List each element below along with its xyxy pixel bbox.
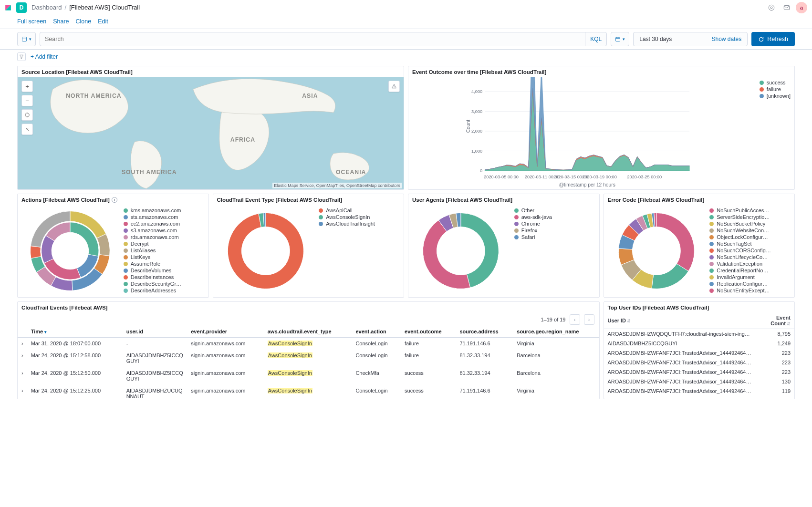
app-header: D Dashboard / [Filebeat AWS] CloudTrail … <box>0 0 812 15</box>
donut-errors-chart[interactable] <box>604 205 709 297</box>
legend-item[interactable]: ReplicationConfigur… <box>709 281 791 287</box>
table-row[interactable]: AROASDJDMBHZWFANF7JCI:TrustedAdvisor_144… <box>604 386 795 396</box>
legend-item[interactable]: InvalidArgument <box>709 274 791 280</box>
legend-item[interactable]: Decrypt <box>124 241 206 247</box>
legend-item[interactable]: CredentialReportNo… <box>709 268 791 273</box>
legend-item[interactable]: DescribeAddresses <box>124 288 206 293</box>
svg-point-5 <box>25 113 29 117</box>
events-col[interactable]: event.outcome <box>401 326 456 338</box>
breadcrumb-root[interactable]: Dashboard <box>31 4 62 11</box>
legend-item[interactable]: ec2.amazonaws.com <box>124 221 206 227</box>
legend-item[interactable]: NoSuchPublicAcces… <box>709 207 791 213</box>
subnav-share[interactable]: Share <box>53 18 69 25</box>
map-warning-icon[interactable] <box>388 81 400 92</box>
legend-item[interactable]: ListKeys <box>124 254 206 260</box>
table-row[interactable]: AIDASDJDMBHZ5ICCQGUYI1,249 <box>604 339 795 348</box>
table-row[interactable]: › Mar 24, 2020 @ 15:12:58.000 AIDASDJDMB… <box>18 350 599 367</box>
legend-item[interactable]: ValidationException <box>709 261 791 267</box>
expand-row-icon[interactable]: › <box>18 367 27 385</box>
legend-item[interactable]: Safari <box>514 234 596 240</box>
events-col[interactable]: source.geo.region_name <box>513 326 599 338</box>
legend-item[interactable]: aws-sdk-java <box>514 214 596 220</box>
table-row[interactable]: AROASDJDMBHZWFANF7JCI:TrustedAdvisor_144… <box>604 377 795 386</box>
query-language-switch[interactable]: KQL <box>585 32 606 46</box>
table-row[interactable]: AROASDJDMBHZWFANF7JCI:TrustedAdvisor_144… <box>604 367 795 377</box>
legend-item[interactable]: AssumeRole <box>124 261 206 267</box>
legend-item[interactable]: failure <box>760 86 791 92</box>
expand-row-icon[interactable]: › <box>18 350 27 367</box>
date-quick-select[interactable]: ▾ <box>611 32 629 46</box>
map-fit-button[interactable] <box>21 109 33 121</box>
legend-item[interactable]: AwsCloudTrailInsight <box>319 221 401 227</box>
donut-agents-chart[interactable] <box>408 205 513 297</box>
svg-text:@timestamp per 12 hours: @timestamp per 12 hours <box>559 182 615 187</box>
add-filter-button[interactable]: + Add filter <box>31 53 58 60</box>
legend-item[interactable]: NoSuchCORSConfig… <box>709 248 791 253</box>
area-chart[interactable]: 01,0002,0003,0004,0002020-03-05 00:00202… <box>408 77 794 189</box>
table-row[interactable]: › Mar 31, 2020 @ 18:07:00.000 - signin.a… <box>18 338 599 350</box>
legend-item[interactable]: success <box>760 80 791 85</box>
map-tools-button[interactable] <box>21 124 33 135</box>
newsfeed-icon[interactable] <box>765 1 778 14</box>
legend-item[interactable]: DescribeInstances <box>124 274 206 280</box>
mail-icon[interactable] <box>781 1 793 14</box>
legend-item[interactable]: rds.amazonaws.com <box>124 234 206 240</box>
table-row[interactable]: AROASDJDMBHZWQDQUTFH7:cloudtrail-ingest-… <box>604 329 795 339</box>
col-event-count[interactable]: Event Count⇵ <box>756 312 794 329</box>
events-col[interactable]: aws.cloudtrail.event_type <box>264 326 352 338</box>
table-row[interactable]: AROASDJDMBHZWFANF7JCI:TrustedAdvisor_144… <box>604 396 795 399</box>
panel-title: Actions [Filebeat AWS CloudTrail] i <box>18 194 208 205</box>
legend-item[interactable]: Firefox <box>514 228 596 233</box>
panel-title: Source Location [Filebeat AWS CloudTrail… <box>18 66 404 77</box>
events-col[interactable]: Time ▾ <box>27 326 123 338</box>
donut-actions-chart[interactable] <box>18 205 123 297</box>
legend-item[interactable]: ServerSideEncryptio… <box>709 214 791 220</box>
saved-query-button[interactable]: ▾ <box>17 32 36 46</box>
legend-item[interactable]: NoSuchTagSet <box>709 241 791 247</box>
map-zoom-out-button[interactable]: − <box>21 95 33 106</box>
donut-eventtype-chart[interactable] <box>213 205 318 297</box>
legend-item[interactable]: ListAliases <box>124 248 206 253</box>
table-row[interactable]: › Mar 24, 2020 @ 15:12:50.000 AIDASDJDMB… <box>18 367 599 385</box>
legend-item[interactable]: DescribeVolumes <box>124 268 206 273</box>
table-row[interactable]: AROASDJDMBHZWFANF7JCI:TrustedAdvisor_144… <box>604 348 795 358</box>
legend-item[interactable]: NoSuchBucketPolicy <box>709 221 791 227</box>
legend-item[interactable]: kms.amazonaws.com <box>124 207 206 213</box>
subnav-clone[interactable]: Clone <box>76 18 92 25</box>
table-row[interactable]: AROASDJDMBHZWFANF7JCI:TrustedAdvisor_144… <box>604 358 795 367</box>
legend-item[interactable]: DescribeSecurityGr… <box>124 281 206 287</box>
events-col[interactable]: user.id <box>123 326 187 338</box>
events-col[interactable]: source.address <box>456 326 513 338</box>
info-icon[interactable]: i <box>112 197 117 203</box>
col-user-id[interactable]: User ID⇵ <box>604 312 757 329</box>
legend-item[interactable]: AwsConsoleSignIn <box>319 214 401 220</box>
date-range[interactable]: Last 30 days Show dates <box>633 32 748 46</box>
table-row[interactable]: › Mar 24, 2020 @ 15:12:25.000 AIDASDJDMB… <box>18 385 599 399</box>
legend-item[interactable]: Chrome <box>514 221 596 227</box>
legend-item[interactable]: NoSuchWebsiteCon… <box>709 228 791 233</box>
show-dates-link[interactable]: Show dates <box>712 36 742 42</box>
legend-item[interactable]: NoSuchEntityExcept… <box>709 288 791 293</box>
filter-help-icon[interactable] <box>17 52 26 61</box>
map-zoom-in-button[interactable]: + <box>21 81 33 92</box>
legend-item[interactable]: [unknown] <box>760 93 791 99</box>
subnav-fullscreen[interactable]: Full screen <box>17 18 46 25</box>
pager-prev-button[interactable]: ‹ <box>570 314 580 325</box>
legend-item[interactable]: s3.amazonaws.com <box>124 228 206 233</box>
legend-item[interactable]: ObjectLockConfigur… <box>709 234 791 240</box>
events-col[interactable]: event.action <box>352 326 401 338</box>
expand-row-icon[interactable]: › <box>18 385 27 399</box>
subnav-edit[interactable]: Edit <box>98 18 108 25</box>
world-map[interactable]: NORTH AMERICA SOUTH AMERICA AFRICA ASIA … <box>18 77 404 189</box>
search-input[interactable] <box>40 36 585 42</box>
legend-item[interactable]: sts.amazonaws.com <box>124 214 206 220</box>
legend-item[interactable]: AwsApiCall <box>319 207 401 213</box>
pager-next-button[interactable]: › <box>584 314 594 325</box>
expand-row-icon[interactable]: › <box>18 338 27 350</box>
app-badge[interactable]: D <box>16 2 27 13</box>
refresh-button[interactable]: Refresh <box>751 32 795 46</box>
events-col[interactable]: event.provider <box>187 326 264 338</box>
avatar[interactable]: a <box>796 2 807 13</box>
legend-item[interactable]: Other <box>514 207 596 213</box>
legend-item[interactable]: NoSuchLifecycleCo… <box>709 254 791 260</box>
